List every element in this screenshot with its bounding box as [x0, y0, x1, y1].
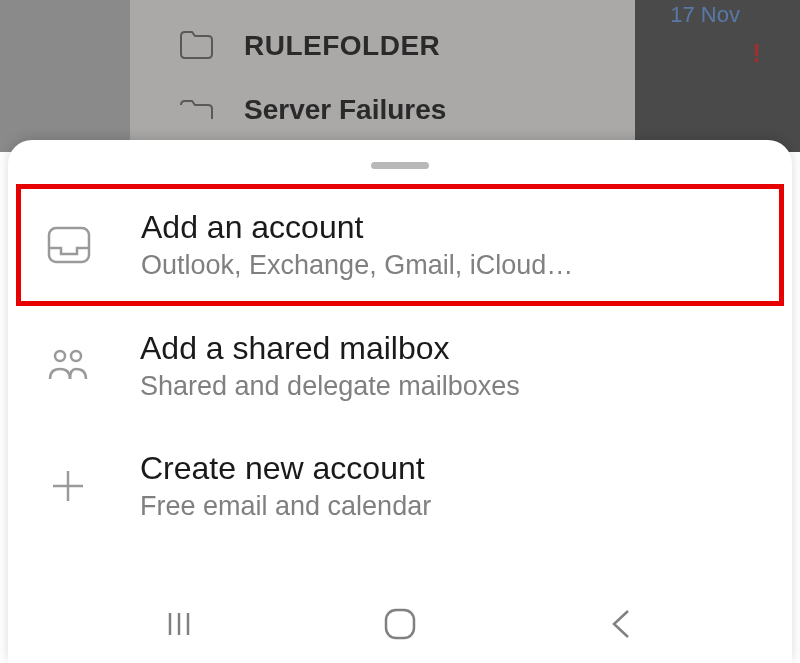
svg-point-2: [71, 351, 81, 361]
create-new-account-item[interactable]: Create new account Free email and calend…: [8, 426, 792, 546]
plus-icon: [44, 462, 92, 510]
folder-icon: [178, 28, 214, 64]
nav-bar: [8, 585, 792, 663]
sheet-content: Add an account Outlook, Exchange, Gmail,…: [8, 169, 792, 546]
drag-handle[interactable]: [371, 162, 429, 169]
dimmed-background: 17 Nov ! RULEFOLDER Server Failures: [0, 0, 800, 152]
sheet-item-text: Add an account Outlook, Exchange, Gmail,…: [141, 209, 573, 281]
sheet-item-subtitle: Free email and calendar: [140, 491, 431, 522]
sheet-item-title: Add a shared mailbox: [140, 330, 520, 367]
folder-label: RULEFOLDER: [244, 30, 440, 62]
sheet-item-title: Create new account: [140, 450, 431, 487]
priority-icon: !: [752, 38, 761, 69]
bg-date-label: 17 Nov: [670, 2, 740, 28]
svg-rect-8: [386, 610, 414, 638]
nav-home-button[interactable]: [376, 600, 424, 648]
folder-icon: [178, 97, 214, 123]
add-shared-mailbox-item[interactable]: Add a shared mailbox Shared and delegate…: [8, 306, 792, 426]
bg-folder-item: RULEFOLDER: [130, 0, 635, 92]
add-account-item[interactable]: Add an account Outlook, Exchange, Gmail,…: [16, 184, 784, 306]
nav-back-button[interactable]: [597, 600, 645, 648]
nav-recents-button[interactable]: [155, 600, 203, 648]
svg-rect-0: [49, 228, 89, 262]
sheet-item-text: Create new account Free email and calend…: [140, 450, 431, 522]
bottom-sheet: Add an account Outlook, Exchange, Gmail,…: [8, 140, 792, 663]
inbox-icon: [45, 221, 93, 269]
sheet-item-text: Add a shared mailbox Shared and delegate…: [140, 330, 520, 402]
bg-folder-panel: RULEFOLDER Server Failures: [130, 0, 635, 152]
folder-label: Server Failures: [244, 94, 446, 126]
bg-folder-item: Server Failures: [130, 94, 635, 126]
sheet-item-title: Add an account: [141, 209, 573, 246]
svg-point-1: [55, 351, 65, 361]
sheet-item-subtitle: Shared and delegate mailboxes: [140, 371, 520, 402]
bg-right-panel: 17 Nov !: [635, 0, 800, 152]
people-icon: [44, 342, 92, 390]
sheet-item-subtitle: Outlook, Exchange, Gmail, iCloud…: [141, 250, 573, 281]
